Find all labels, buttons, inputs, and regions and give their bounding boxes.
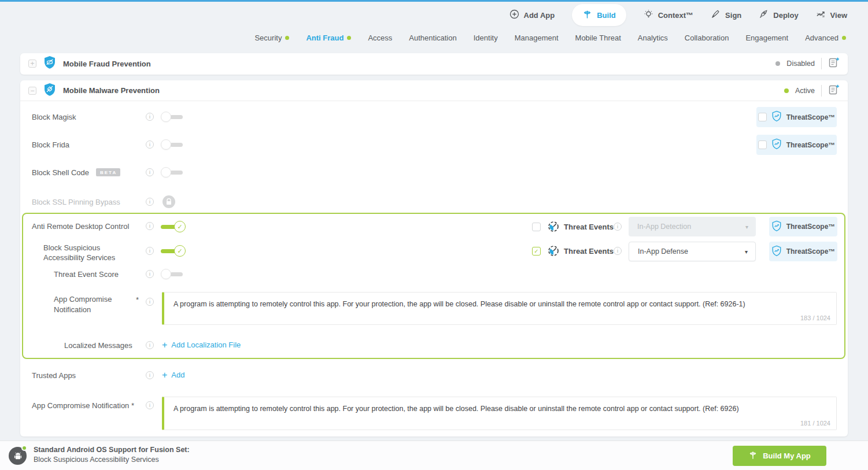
add-app-button[interactable]: Add App bbox=[509, 9, 555, 21]
threatscope-label: ThreatScope™ bbox=[786, 223, 836, 231]
add-localization-file-label: Add Localization File bbox=[171, 341, 241, 349]
threatscope-shield-icon bbox=[771, 110, 782, 124]
char-count: 183 / 1024 bbox=[800, 314, 830, 321]
detection-mode-select: In-App Detection ▾ bbox=[629, 217, 756, 236]
footer-bar: Standard Android OS Support for Fusion S… bbox=[0, 441, 868, 470]
app-compromise-notification-label: App Compromise Notification bbox=[54, 294, 123, 314]
threat-events-checkbox[interactable] bbox=[532, 223, 541, 231]
tab-security[interactable]: Security bbox=[254, 34, 289, 42]
sign-tab[interactable]: Sign bbox=[711, 9, 741, 21]
toggle-check-icon: ✓ bbox=[174, 221, 186, 232]
block-suspicious-accessibility-label: Block Suspicious Accessibility Services bbox=[43, 243, 136, 263]
deploy-rocket-icon bbox=[759, 9, 769, 21]
tab-engagement[interactable]: Engagement bbox=[745, 34, 788, 42]
expand-icon[interactable]: + bbox=[28, 60, 36, 68]
threatscope-checkbox[interactable] bbox=[758, 113, 767, 121]
add-localization-file-link[interactable]: + Add Localization File bbox=[162, 341, 241, 349]
tab-management[interactable]: Management bbox=[515, 34, 559, 42]
tab-identity[interactable]: Identity bbox=[474, 34, 498, 42]
threatscope-button[interactable]: ThreatScope™ bbox=[769, 242, 837, 261]
tab-mobile-threat[interactable]: Mobile Threat bbox=[575, 34, 621, 42]
tab-collaboration[interactable]: Collaboration bbox=[685, 34, 729, 42]
status-dot bbox=[784, 88, 789, 93]
divider bbox=[821, 85, 822, 97]
toggle-check-icon: ✓ bbox=[174, 245, 186, 257]
block-suspicious-accessibility-toggle[interactable]: ✓ bbox=[161, 245, 186, 257]
build-tab[interactable]: Build bbox=[572, 4, 626, 26]
add-to-fusion-set-icon[interactable] bbox=[828, 57, 840, 71]
threat-events-gauge-icon bbox=[548, 245, 559, 259]
localized-messages-label: Localized Messages bbox=[64, 341, 132, 350]
info-icon[interactable]: i bbox=[146, 113, 154, 121]
threat-events-label: Threat Events bbox=[564, 247, 614, 256]
view-tab[interactable]: View bbox=[816, 9, 847, 21]
block-magisk-toggle[interactable] bbox=[161, 112, 184, 122]
info-icon[interactable]: i bbox=[146, 140, 154, 149]
threatscope-label: ThreatScope™ bbox=[786, 247, 836, 256]
top-accent-line bbox=[0, 0, 868, 2]
info-icon[interactable]: i bbox=[146, 371, 154, 379]
build-fusion-icon bbox=[748, 450, 758, 461]
required-asterisk: * bbox=[131, 401, 134, 410]
beta-badge: BETA bbox=[96, 168, 120, 176]
context-tab[interactable]: Context™ bbox=[644, 9, 693, 21]
threatscope-shield-icon bbox=[771, 245, 782, 258]
app-compromise-message-input[interactable]: A program is attempting to remotely cont… bbox=[173, 300, 827, 312]
info-icon[interactable]: i bbox=[146, 298, 154, 306]
block-frida-toggle[interactable] bbox=[161, 139, 184, 150]
tab-analytics[interactable]: Analytics bbox=[638, 34, 668, 42]
context-bulb-icon bbox=[644, 9, 653, 21]
deploy-tab[interactable]: Deploy bbox=[759, 9, 798, 21]
block-frida-label: Block Frida bbox=[32, 140, 69, 149]
info-icon[interactable]: i bbox=[146, 198, 154, 206]
app-compromise-notification-label: App Compromise Notification * bbox=[32, 401, 134, 410]
panel-title: Mobile Fraud Prevention bbox=[63, 60, 151, 68]
mobile-fraud-prevention-panel: + Mobile Fraud Prevention Disabled bbox=[20, 53, 848, 75]
threatscope-label: ThreatScope™ bbox=[786, 141, 836, 149]
info-icon[interactable]: i bbox=[146, 168, 154, 176]
app-compromise-message-input[interactable]: A program is attempting to remotely cont… bbox=[173, 405, 827, 417]
threatscope-shield-icon bbox=[771, 220, 782, 234]
info-icon[interactable]: i bbox=[146, 247, 154, 255]
info-icon[interactable]: i bbox=[614, 223, 622, 231]
info-icon[interactable]: i bbox=[146, 222, 154, 230]
threatscope-button[interactable]: ThreatScope™ bbox=[756, 107, 837, 127]
threat-events-checkbox[interactable]: ✓ bbox=[532, 247, 541, 256]
sign-pen-icon bbox=[711, 9, 721, 21]
info-icon[interactable]: i bbox=[146, 341, 154, 349]
lock-icon bbox=[162, 195, 175, 208]
build-my-app-label: Build My App bbox=[763, 452, 811, 460]
add-trusted-app-link[interactable]: + Add bbox=[162, 371, 184, 379]
sign-label: Sign bbox=[725, 11, 741, 20]
anti-remote-desktop-control-toggle[interactable]: ✓ bbox=[161, 221, 186, 232]
status-badge: Active bbox=[795, 87, 815, 95]
collapse-icon[interactable]: − bbox=[28, 87, 36, 95]
threatscope-button[interactable]: ThreatScope™ bbox=[769, 217, 837, 236]
tab-access[interactable]: Access bbox=[368, 34, 392, 42]
info-icon[interactable]: i bbox=[146, 401, 154, 409]
app-compromise-message-box: A program is attempting to remotely cont… bbox=[162, 397, 837, 430]
divider bbox=[821, 58, 822, 69]
fusion-set-subtitle: Block Suspicious Accessibility Services bbox=[34, 456, 159, 464]
info-icon[interactable]: i bbox=[146, 270, 154, 278]
threat-events-gauge-icon bbox=[548, 221, 559, 235]
tab-authentication[interactable]: Authentication bbox=[409, 34, 456, 42]
selected-option: In-App Detection bbox=[637, 223, 691, 231]
tab-advanced[interactable]: Advanced bbox=[805, 34, 846, 42]
fusion-set-title: Standard Android OS Support for Fusion S… bbox=[34, 446, 190, 454]
add-to-fusion-set-icon[interactable] bbox=[828, 84, 840, 98]
threatscope-checkbox[interactable] bbox=[758, 140, 767, 149]
add-circle-icon bbox=[509, 9, 519, 21]
block-shell-code-toggle[interactable] bbox=[161, 167, 184, 177]
build-fusion-icon bbox=[582, 9, 592, 21]
threat-event-score-toggle[interactable] bbox=[161, 269, 184, 279]
info-icon[interactable]: i bbox=[614, 247, 622, 255]
tab-anti-fraud[interactable]: Anti Fraud bbox=[306, 34, 351, 42]
threat-events-label: Threat Events bbox=[564, 223, 614, 231]
build-my-app-button[interactable]: Build My App bbox=[733, 446, 826, 466]
anti-fraud-status-dot bbox=[347, 36, 351, 40]
defense-mode-select[interactable]: In-App Defense ▾ bbox=[629, 242, 756, 261]
required-asterisk: * bbox=[136, 295, 139, 304]
chevron-down-icon: ▾ bbox=[745, 224, 748, 230]
threatscope-button[interactable]: ThreatScope™ bbox=[756, 135, 837, 155]
